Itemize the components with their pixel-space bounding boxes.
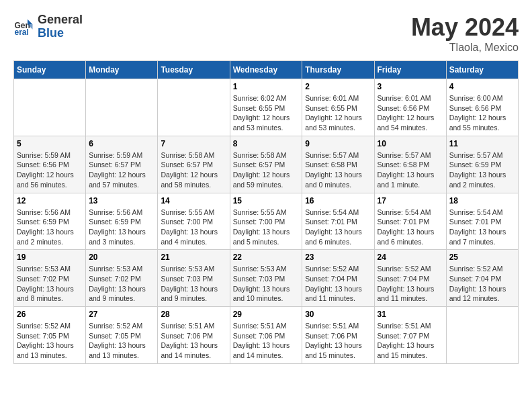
sunrise-text: Sunrise: 5:56 AM: [17, 208, 71, 216]
daylight-text: Daylight: 13 hours and 6 minutes.: [305, 228, 362, 246]
day-number: 14: [161, 196, 226, 205]
sunset-text: Sunset: 7:05 PM: [89, 332, 141, 340]
day-number: 31: [378, 310, 443, 319]
sunset-text: Sunset: 6:59 PM: [449, 161, 502, 169]
daylight-text: Daylight: 12 hours and 58 minutes.: [161, 171, 218, 189]
day-info: Sunrise: 5:53 AM Sunset: 7:02 PM Dayligh…: [17, 264, 83, 304]
day-number: 20: [89, 253, 154, 262]
sunset-text: Sunset: 7:04 PM: [378, 275, 430, 283]
sunset-text: Sunset: 7:00 PM: [161, 218, 213, 226]
sunrise-text: Sunrise: 5:57 AM: [378, 151, 431, 159]
day-header-thursday: Thursday: [302, 61, 374, 79]
calendar-cell: 25 Sunrise: 5:52 AM Sunset: 7:04 PM Dayl…: [446, 250, 518, 307]
day-info: Sunrise: 5:56 AM Sunset: 6:59 PM Dayligh…: [17, 208, 83, 247]
calendar-cell: 31 Sunrise: 5:51 AM Sunset: 7:07 PM Dayl…: [374, 307, 446, 364]
daylight-text: Daylight: 13 hours and 15 minutes.: [305, 341, 362, 359]
day-header-sunday: Sunday: [14, 61, 86, 79]
daylight-text: Daylight: 13 hours and 6 minutes.: [378, 228, 435, 246]
daylight-text: Daylight: 13 hours and 8 minutes.: [17, 285, 74, 303]
sunrise-text: Sunrise: 5:59 AM: [89, 151, 142, 159]
day-info: Sunrise: 5:52 AM Sunset: 7:04 PM Dayligh…: [378, 264, 443, 304]
day-number: 24: [378, 253, 443, 262]
sunrise-text: Sunrise: 6:02 AM: [233, 94, 287, 102]
day-info: Sunrise: 5:52 AM Sunset: 7:05 PM Dayligh…: [89, 321, 154, 361]
day-number: 27: [89, 310, 154, 319]
sunrise-text: Sunrise: 5:53 AM: [161, 265, 214, 273]
day-info: Sunrise: 5:51 AM Sunset: 7:07 PM Dayligh…: [378, 321, 443, 361]
sunrise-text: Sunrise: 5:54 AM: [305, 208, 359, 216]
sunset-text: Sunset: 6:58 PM: [305, 161, 357, 169]
day-info: Sunrise: 5:51 AM Sunset: 7:06 PM Dayligh…: [161, 321, 226, 361]
sunrise-text: Sunrise: 5:56 AM: [89, 208, 142, 216]
day-info: Sunrise: 5:54 AM Sunset: 7:01 PM Dayligh…: [305, 208, 371, 247]
daylight-text: Daylight: 13 hours and 13 minutes.: [17, 341, 74, 359]
day-number: 13: [89, 196, 154, 205]
sunrise-text: Sunrise: 5:52 AM: [378, 265, 431, 273]
daylight-text: Daylight: 13 hours and 4 minutes.: [161, 228, 218, 246]
daylight-text: Daylight: 13 hours and 0 minutes.: [305, 171, 362, 189]
daylight-text: Daylight: 13 hours and 2 minutes.: [449, 171, 506, 189]
calendar-cell: 2 Sunrise: 6:01 AM Sunset: 6:55 PM Dayli…: [302, 79, 374, 136]
calendar-cell: 27 Sunrise: 5:52 AM Sunset: 7:05 PM Dayl…: [86, 307, 158, 364]
daylight-text: Daylight: 13 hours and 10 minutes.: [233, 285, 290, 303]
calendar-cell: 12 Sunrise: 5:56 AM Sunset: 6:59 PM Dayl…: [14, 193, 86, 250]
daylight-text: Daylight: 12 hours and 53 minutes.: [305, 113, 362, 132]
day-header-friday: Friday: [374, 61, 446, 79]
sunrise-text: Sunrise: 5:57 AM: [305, 151, 359, 159]
day-info: Sunrise: 5:57 AM Sunset: 6:59 PM Dayligh…: [449, 150, 515, 190]
day-info: Sunrise: 5:54 AM Sunset: 7:01 PM Dayligh…: [378, 208, 443, 247]
day-info: Sunrise: 6:02 AM Sunset: 6:55 PM Dayligh…: [233, 93, 300, 133]
day-number: 2: [305, 82, 371, 91]
svg-text:eral: eral: [15, 28, 29, 37]
calendar-cell: 3 Sunrise: 6:01 AM Sunset: 6:56 PM Dayli…: [374, 79, 446, 136]
day-info: Sunrise: 5:59 AM Sunset: 6:57 PM Dayligh…: [89, 150, 154, 190]
daylight-text: Daylight: 13 hours and 3 minutes.: [89, 228, 146, 246]
sunrise-text: Sunrise: 5:51 AM: [305, 322, 359, 330]
title-area: May 2024 Tlaola, Mexico: [411, 13, 519, 54]
calendar-cell: 19 Sunrise: 5:53 AM Sunset: 7:02 PM Dayl…: [14, 250, 86, 307]
daylight-text: Daylight: 13 hours and 13 minutes.: [89, 341, 146, 359]
logo-text: General Blue: [38, 13, 83, 40]
day-number: 9: [305, 139, 371, 148]
day-number: 25: [449, 253, 515, 262]
daylight-text: Daylight: 13 hours and 14 minutes.: [161, 341, 218, 359]
day-info: Sunrise: 6:00 AM Sunset: 6:56 PM Dayligh…: [449, 93, 515, 133]
daylight-text: Daylight: 13 hours and 1 minute.: [378, 171, 435, 189]
daylight-text: Daylight: 12 hours and 56 minutes.: [17, 171, 74, 189]
sunrise-text: Sunrise: 5:51 AM: [161, 322, 214, 330]
daylight-text: Daylight: 13 hours and 7 minutes.: [449, 228, 506, 246]
calendar-cell: 29 Sunrise: 5:51 AM Sunset: 7:06 PM Dayl…: [230, 307, 302, 364]
sunset-text: Sunset: 6:58 PM: [378, 161, 430, 169]
daylight-text: Daylight: 13 hours and 5 minutes.: [233, 228, 290, 246]
logo-icon: Gen eral: [13, 17, 34, 37]
calendar-cell: 23 Sunrise: 5:52 AM Sunset: 7:04 PM Dayl…: [302, 250, 374, 307]
day-header-monday: Monday: [86, 61, 158, 79]
sunset-text: Sunset: 6:57 PM: [161, 161, 213, 169]
day-number: 28: [161, 310, 226, 319]
sunset-text: Sunset: 7:01 PM: [449, 218, 502, 226]
sunrise-text: Sunrise: 6:01 AM: [378, 94, 431, 102]
sunset-text: Sunset: 7:03 PM: [233, 275, 285, 283]
day-info: Sunrise: 5:57 AM Sunset: 6:58 PM Dayligh…: [305, 150, 371, 190]
sunset-text: Sunset: 7:01 PM: [378, 218, 430, 226]
daylight-text: Daylight: 13 hours and 15 minutes.: [378, 341, 435, 359]
day-number: 11: [449, 139, 515, 148]
sunrise-text: Sunrise: 5:52 AM: [305, 265, 359, 273]
day-header-wednesday: Wednesday: [230, 61, 302, 79]
calendar-cell: [14, 79, 86, 136]
day-info: Sunrise: 5:55 AM Sunset: 7:00 PM Dayligh…: [233, 208, 300, 247]
calendar-cell: 7 Sunrise: 5:58 AM Sunset: 6:57 PM Dayli…: [158, 136, 230, 193]
day-info: Sunrise: 5:54 AM Sunset: 7:01 PM Dayligh…: [449, 208, 515, 247]
sunset-text: Sunset: 7:04 PM: [449, 275, 502, 283]
calendar-week-row: 19 Sunrise: 5:53 AM Sunset: 7:02 PM Dayl…: [14, 250, 519, 307]
day-number: 21: [161, 253, 226, 262]
calendar-cell: 28 Sunrise: 5:51 AM Sunset: 7:06 PM Dayl…: [158, 307, 230, 364]
day-number: 26: [17, 310, 83, 319]
logo-blue-text: Blue: [38, 27, 83, 40]
calendar-cell: 17 Sunrise: 5:54 AM Sunset: 7:01 PM Dayl…: [374, 193, 446, 250]
day-number: 23: [305, 253, 371, 262]
sunrise-text: Sunrise: 5:58 AM: [233, 151, 287, 159]
sunrise-text: Sunrise: 5:55 AM: [233, 208, 287, 216]
daylight-text: Daylight: 13 hours and 2 minutes.: [17, 228, 74, 246]
sunrise-text: Sunrise: 6:00 AM: [449, 94, 503, 102]
